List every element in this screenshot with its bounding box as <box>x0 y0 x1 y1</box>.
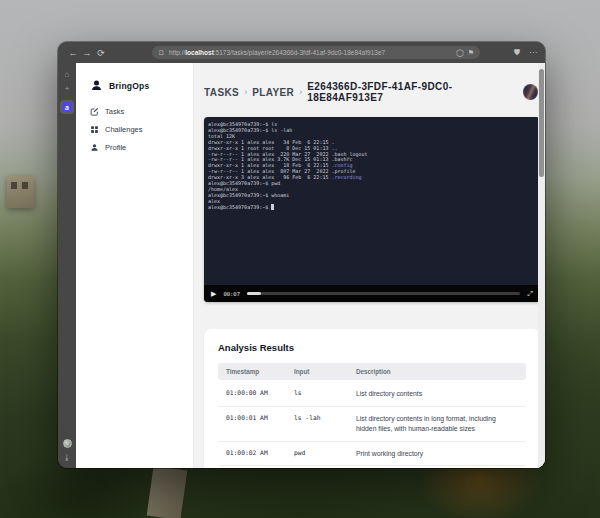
table-header: Timestamp Input Description <box>218 363 526 380</box>
breadcrumb-task-id: E264366D-3FDF-41AF-9DC0-18E84AF913E7 <box>307 81 518 103</box>
active-tab[interactable]: a <box>60 100 74 114</box>
reload-icon[interactable]: ⟳ <box>94 48 108 58</box>
table-row: 01:00:03 AMwhoamiDisplay current user na… <box>218 466 526 468</box>
forward-icon[interactable]: → <box>80 48 94 58</box>
home-icon[interactable]: ⌂ <box>65 68 70 82</box>
breadcrumb-player[interactable]: PLAYER <box>252 87 294 98</box>
column-header-input: Input <box>294 368 350 375</box>
sidebar-item-label: Profile <box>105 143 126 152</box>
pencil-square-icon <box>90 107 99 116</box>
user-avatar[interactable] <box>523 84 538 100</box>
column-header-description: Description <box>356 368 518 375</box>
address-bar[interactable]: 🗋 http://localhost:5173/tasks/player/e26… <box>152 46 480 59</box>
chevron-right-icon: › <box>244 87 247 97</box>
video-progress-fill <box>247 292 261 295</box>
cell-input: ls -lah <box>294 414 350 421</box>
sidebar-item-profile[interactable]: Profile <box>90 143 193 152</box>
app-main: TASKS › PLAYER › E264366D-3FDF-41AF-9DC0… <box>194 63 545 468</box>
terminal-text: alex@bc354970a739:~$ <box>208 204 271 210</box>
scrollbar-thumb[interactable] <box>539 69 544 177</box>
sidebar-item-label: Challenges <box>105 125 143 134</box>
brand[interactable]: BringOps <box>90 79 193 92</box>
chevron-right-icon: › <box>299 87 302 97</box>
globe-icon[interactable] <box>63 439 72 448</box>
table-row: 01:00:01 AMls -lahList directory content… <box>218 407 526 442</box>
cell-timestamp: 01:00:01 AM <box>226 414 288 421</box>
new-tab-icon[interactable]: + <box>65 82 70 96</box>
url-host: localhost <box>185 49 214 56</box>
video-progress-bar[interactable] <box>247 292 520 295</box>
cell-timestamp: 01:00:02 AM <box>226 449 288 456</box>
browser-toolbar: ← → ⟳ 🗋 http://localhost:5173/tasks/play… <box>58 42 545 63</box>
brand-logo-icon <box>90 79 103 92</box>
tab-favicon: a <box>62 102 72 112</box>
breadcrumb: TASKS › PLAYER › E264366D-3FDF-41AF-9DC0… <box>204 81 538 103</box>
menu-ellipsis-icon[interactable]: ⋯ <box>529 49 537 57</box>
video-player[interactable]: alex@bc354970a739:~$ lsalex@bc354970a739… <box>204 117 540 302</box>
play-icon[interactable]: ▶ <box>211 290 216 297</box>
reader-mode-icon[interactable]: ◯ <box>456 49 464 56</box>
sidebar-item-label: Tasks <box>105 107 124 116</box>
cell-timestamp: 01:00:00 AM <box>226 389 288 396</box>
url-path: :5173/tasks/player/e264366d-3fdf-41af-9d… <box>214 49 385 56</box>
page-doc-icon: 🗋 <box>158 49 165 56</box>
analysis-results-card: Analysis Results Timestamp Input Descrip… <box>204 329 540 468</box>
fullscreen-icon[interactable]: ⤢ <box>527 290 533 297</box>
video-time: 00:07 <box>223 291 240 297</box>
terminal-directory-name: .recording <box>331 174 361 180</box>
sidebar-item-challenges[interactable]: Challenges <box>90 125 193 134</box>
downloads-icon[interactable]: ⭳ <box>63 453 71 462</box>
vertical-tab-strip: ⌂ + a ⭳ <box>58 63 76 468</box>
terminal-cursor <box>271 204 274 210</box>
card-title: Analysis Results <box>218 342 526 353</box>
extensions-icon[interactable]: ⛊ <box>514 49 520 57</box>
video-controls: ▶ 00:07 ⤢ <box>204 285 540 302</box>
url-text: http://localhost:5173/tasks/player/e2643… <box>169 49 452 56</box>
grid-icon <box>90 125 99 134</box>
terminal-text: alex@bc354970a739:~$ whoami <box>208 192 289 198</box>
cell-description: List directory contents <box>356 389 518 399</box>
cell-description: Print working directory <box>356 449 518 459</box>
table-row: 01:00:02 AMpwdPrint working directory <box>218 442 526 467</box>
brand-label: BringOps <box>109 81 149 91</box>
breadcrumb-tasks[interactable]: TASKS <box>204 87 239 98</box>
terminal-line: alex@bc354970a739:~$ <box>208 205 536 211</box>
sidebar-item-tasks[interactable]: Tasks <box>90 107 193 116</box>
great-wall-tower <box>7 176 34 208</box>
back-icon[interactable]: ← <box>66 48 80 58</box>
app-sidebar: BringOps Tasks Challenges Profile <box>76 63 194 468</box>
app-page: BringOps Tasks Challenges Profile <box>76 63 545 468</box>
translate-icon[interactable]: ⚑ <box>468 49 474 56</box>
table-row: 01:00:00 AMlsList directory contents <box>218 382 526 407</box>
cell-description: List directory contents in long format, … <box>356 414 518 434</box>
terminal-output: alex@bc354970a739:~$ lsalex@bc354970a739… <box>204 117 540 285</box>
browser-window: ← → ⟳ 🗋 http://localhost:5173/tasks/play… <box>58 42 545 468</box>
column-header-timestamp: Timestamp <box>226 368 288 375</box>
url-prefix: http:// <box>169 49 185 56</box>
person-icon <box>90 143 99 152</box>
cell-input: ls <box>294 389 350 396</box>
table-body: 01:00:00 AMlsList directory contents01:0… <box>218 382 526 468</box>
great-wall-path <box>147 466 188 518</box>
cell-input: pwd <box>294 449 350 456</box>
scrollbar-track <box>538 63 545 468</box>
